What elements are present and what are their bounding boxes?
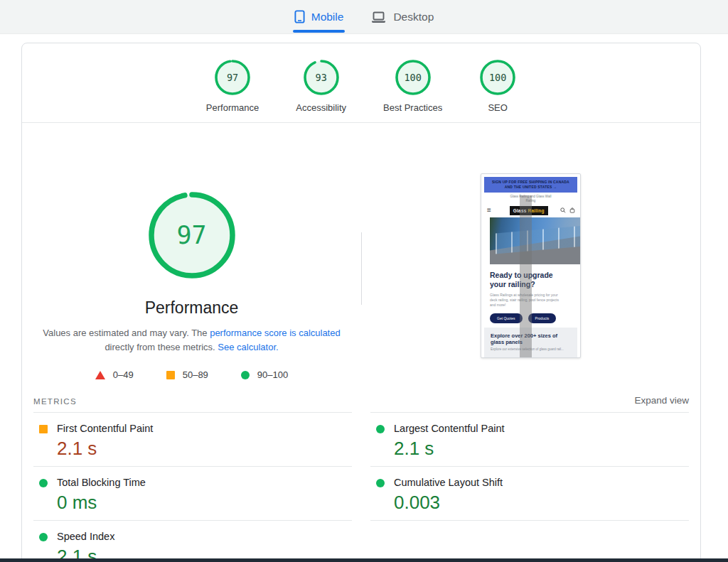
legend-pass-range: 90–100	[257, 369, 288, 380]
metric-label: Cumulative Layout Shift	[394, 477, 503, 488]
performance-score-label: Performance	[206, 102, 259, 113]
score-legend: 0–49 50–89 90–100	[95, 369, 288, 380]
metric-label: First Contentful Paint	[57, 423, 153, 434]
category-scores-row: 97 Performance 93 Accessibility	[22, 43, 700, 123]
best-practices-score-label: Best Practices	[383, 102, 442, 113]
seo-score-value: 100	[479, 59, 516, 96]
legend-fail-range: 0–49	[113, 369, 134, 380]
metric-status-icon	[376, 479, 385, 487]
metric-status-icon	[39, 425, 48, 433]
performance-summary-row: 97 Performance Values are estimated and …	[22, 123, 700, 390]
metrics-section-title: METRICS	[33, 397, 77, 406]
metrics-grid: First Contentful Paint 2.1 s Largest Con…	[22, 412, 700, 562]
metric-status-icon	[39, 479, 48, 487]
search-icon	[560, 207, 566, 214]
final-screenshot-column: SIGN UP FOR FREE SHIPPING IN CANADA AND …	[361, 123, 700, 390]
metric-label: Total Blocking Time	[57, 477, 146, 488]
screenshot-promo-banner: SIGN UP FOR FREE SHIPPING IN CANADA AND …	[484, 177, 577, 193]
metric-label: Speed Index	[57, 531, 114, 542]
score-gauge-accessibility[interactable]: 93 Accessibility	[296, 59, 346, 113]
expand-view-button[interactable]: Expand view	[634, 395, 689, 406]
tab-mobile[interactable]: Mobile	[294, 9, 344, 26]
fail-triangle-icon	[95, 371, 105, 379]
hamburger-menu-icon: ≡	[487, 207, 491, 214]
score-disclaimer: Values are estimated and may vary. The p…	[41, 326, 343, 355]
tab-desktop-label: Desktop	[393, 11, 434, 23]
best-practices-score-value: 100	[395, 59, 432, 96]
score-gauge-best-practices[interactable]: 100 Best Practices	[383, 59, 442, 113]
performance-gauge-column: 97 Performance Values are estimated and …	[22, 123, 361, 390]
metric-status-icon	[39, 533, 48, 541]
score-gauge-performance[interactable]: 97 Performance	[206, 59, 259, 113]
smartphone-icon	[294, 10, 305, 23]
disclaimer-text-1: Values are estimated and may vary. The	[43, 328, 210, 338]
device-tabs-bar: Mobile Desktop	[0, 0, 728, 34]
metric-value: 0 ms	[57, 492, 146, 514]
legend-fail: 0–49	[95, 369, 134, 380]
metric-label: Largest Contentful Paint	[394, 423, 505, 434]
metric-value: 0.003	[394, 492, 503, 514]
score-calc-link[interactable]: performance score is calculated	[210, 328, 341, 338]
performance-main-score: 97	[146, 190, 237, 281]
tab-mobile-label: Mobile	[311, 11, 344, 23]
disclaimer-text-2: directly from these metrics.	[105, 342, 218, 352]
pagespeed-report-page: Mobile Desktop 97	[0, 0, 728, 562]
metrics-header: METRICS Expand view	[22, 390, 700, 412]
score-gauge-seo[interactable]: 100 SEO	[479, 59, 516, 113]
accessibility-score-label: Accessibility	[296, 102, 346, 113]
see-calculator-link[interactable]: See calculator.	[218, 342, 278, 352]
laptop-icon	[370, 11, 387, 23]
legend-pass: 90–100	[241, 369, 288, 380]
performance-section-title: Performance	[145, 298, 239, 318]
seo-score-label: SEO	[488, 102, 507, 113]
metric-first-contentful-paint: First Contentful Paint 2.1 s	[33, 412, 352, 466]
bottom-dark-strip	[0, 558, 728, 562]
metric-speed-index: Speed Index 2.1 s	[33, 520, 352, 562]
legend-average-range: 50–89	[183, 369, 208, 380]
metric-status-icon	[376, 425, 385, 433]
screenshot-hero-image	[490, 217, 580, 264]
legend-average: 50–89	[166, 369, 208, 380]
report-card: 97 Performance 93 Accessibility	[21, 43, 701, 562]
metric-cumulative-layout-shift: Cumulative Layout Shift 0.003	[370, 466, 689, 520]
screenshot-scrollbar-overlay	[520, 195, 532, 357]
metric-placeholder	[370, 520, 689, 562]
accessibility-score-value: 93	[303, 59, 340, 96]
average-square-icon	[166, 371, 175, 379]
cart-icon	[569, 207, 575, 214]
tab-desktop[interactable]: Desktop	[370, 9, 434, 26]
screenshot-get-quotes-button: Get Quotes	[490, 313, 523, 323]
pass-circle-icon	[241, 371, 250, 379]
metric-largest-contentful-paint: Largest Contentful Paint 2.1 s	[370, 412, 689, 466]
metric-total-blocking-time: Total Blocking Time 0 ms	[33, 466, 352, 520]
page-screenshot-thumbnail[interactable]: SIGN UP FOR FREE SHIPPING IN CANADA AND …	[481, 173, 581, 358]
metric-value: 2.1 s	[394, 438, 505, 460]
performance-score-value: 97	[214, 59, 251, 96]
metric-value: 2.1 s	[57, 438, 153, 460]
performance-main-gauge: 97	[146, 190, 237, 281]
screenshot-products-button: Products	[528, 313, 557, 323]
